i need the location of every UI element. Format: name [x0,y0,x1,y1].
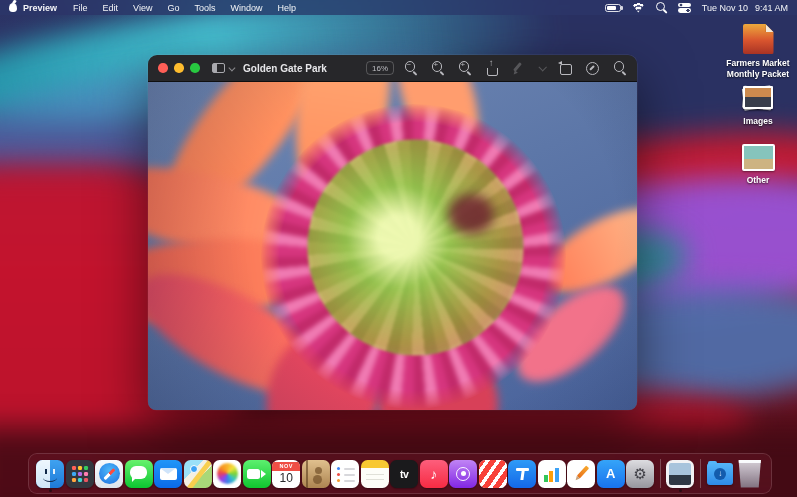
messages-app-icon [125,460,153,488]
dock-item-facetime[interactable] [243,460,271,488]
search-icon[interactable] [656,2,667,13]
mail-app-icon [154,460,182,488]
launchpad-app-icon [66,460,94,488]
dock-item-podcasts[interactable] [449,460,477,488]
menu-edit[interactable]: Edit [103,3,119,13]
desktop-icon-label: Images [743,116,772,127]
sidebar-toggle-button[interactable] [212,63,234,73]
dock-item-preview-file[interactable] [666,460,694,488]
dock-separator [700,459,701,488]
dock-item-news[interactable] [479,460,507,488]
menu-file[interactable]: File [73,3,88,13]
dock-item-notes[interactable] [361,460,389,488]
music-app-icon: ♪ [420,460,448,488]
chevron-down-icon [228,64,234,70]
markup-pen-button [510,60,526,76]
desktop-icon-farmers-market[interactable]: Farmers Market Monthly Packet [722,24,794,79]
apple-menu-icon[interactable] [9,3,17,12]
dock-item-maps[interactable] [184,460,212,488]
dock-item-calendar[interactable]: NOV10 [272,460,300,488]
zoom-out-button[interactable]: − [402,60,418,76]
dock-separator [660,459,661,488]
calendar-app-icon: NOV10 [272,460,300,488]
dock-item-contacts[interactable] [302,460,330,488]
preview-window: Golden Gate Park 16% −++↑ [148,55,637,410]
zoom-in-button[interactable]: + [429,60,445,76]
dock-item-keynote[interactable] [508,460,536,488]
menu-bar-date: Tue Nov 10 [702,3,748,13]
search-button[interactable] [611,60,627,76]
menu-bar: Preview FileEditViewGoToolsWindowHelp Tu… [0,0,797,15]
desktop-icon-label: Farmers Market Monthly Packet [722,58,794,79]
maps-app-icon [184,460,212,488]
dock-item-appstore[interactable]: A [597,460,625,488]
dock-item-downloads[interactable]: ↓ [706,460,734,488]
dock-item-pages[interactable] [567,460,595,488]
toolbar-tools: −++↑ [402,60,627,76]
menu-app-preview[interactable]: Preview [23,3,57,13]
menu-go[interactable]: Go [167,3,179,13]
podcasts-app-icon [449,460,477,488]
running-indicator [49,489,52,492]
dock-item-safari[interactable] [95,460,123,488]
dock: NOV10tv♪A⚙↓ [28,453,772,494]
zoom-button[interactable] [190,63,200,73]
contacts-app-icon [302,460,330,488]
photo-stack-thumbnail-icon [741,84,775,112]
sidebar-icon [212,63,225,73]
window-title: Golden Gate Park [243,63,327,74]
menu-view[interactable]: View [133,3,152,13]
minimize-button[interactable] [174,63,184,73]
dock-item-reminders[interactable] [331,460,359,488]
reminders-app-icon [331,460,359,488]
numbers-app-icon [538,460,566,488]
share-button[interactable]: ↑ [483,60,499,76]
menu-tools[interactable]: Tools [194,3,215,13]
dock-item-photos[interactable] [213,460,241,488]
menu-help[interactable]: Help [277,3,296,13]
markup-options-button [537,60,546,76]
wifi-icon[interactable] [632,3,645,13]
dock-item-finder[interactable] [36,460,64,488]
close-button[interactable] [158,63,168,73]
facetime-app-icon [243,460,271,488]
document-thumbnail-icon [743,24,774,54]
rotate-left-button[interactable] [557,60,573,76]
running-indicator [679,489,682,492]
dock-item-messages[interactable] [125,460,153,488]
dock-item-trash[interactable] [736,460,764,488]
downloads-app-icon: ↓ [706,460,734,488]
notes-app-icon [361,460,389,488]
zoom-level-badge: 16% [366,61,394,75]
finder-app-icon [36,460,64,488]
photos-app-icon [213,460,241,488]
zoom-selection-button[interactable]: + [456,60,472,76]
image-canvas [148,82,637,410]
control-center-icon[interactable] [678,3,691,13]
tv-app-icon: tv [390,460,418,488]
menu-bar-status: Tue Nov 10 9:41 AM [605,2,788,13]
dock-item-music[interactable]: ♪ [420,460,448,488]
markup-toolbar-button[interactable] [584,60,600,76]
keynote-app-icon [508,460,536,488]
safari-app-icon [95,460,123,488]
sysprefs-app-icon: ⚙ [626,460,654,488]
trash-app-icon [736,460,764,488]
dock-item-numbers[interactable] [538,460,566,488]
dock-item-sysprefs[interactable]: ⚙ [626,460,654,488]
menu-bar-menus: Preview FileEditViewGoToolsWindowHelp [23,3,296,13]
desktop-icon-label: Other [747,175,770,186]
traffic-lights [158,63,200,73]
dock-item-tv[interactable]: tv [390,460,418,488]
window-titlebar[interactable]: Golden Gate Park 16% −++↑ [148,55,637,82]
pages-app-icon [567,460,595,488]
menu-window[interactable]: Window [230,3,262,13]
desktop-icon-other[interactable]: Other [722,144,794,186]
desktop-icon-images[interactable]: Images [722,84,794,127]
dock-item-mail[interactable] [154,460,182,488]
dock-item-launchpad[interactable] [66,460,94,488]
appstore-app-icon: A [597,460,625,488]
battery-icon[interactable] [605,4,621,12]
menu-bar-time: 9:41 AM [755,3,788,13]
menu-bar-clock[interactable]: Tue Nov 10 9:41 AM [702,3,788,13]
